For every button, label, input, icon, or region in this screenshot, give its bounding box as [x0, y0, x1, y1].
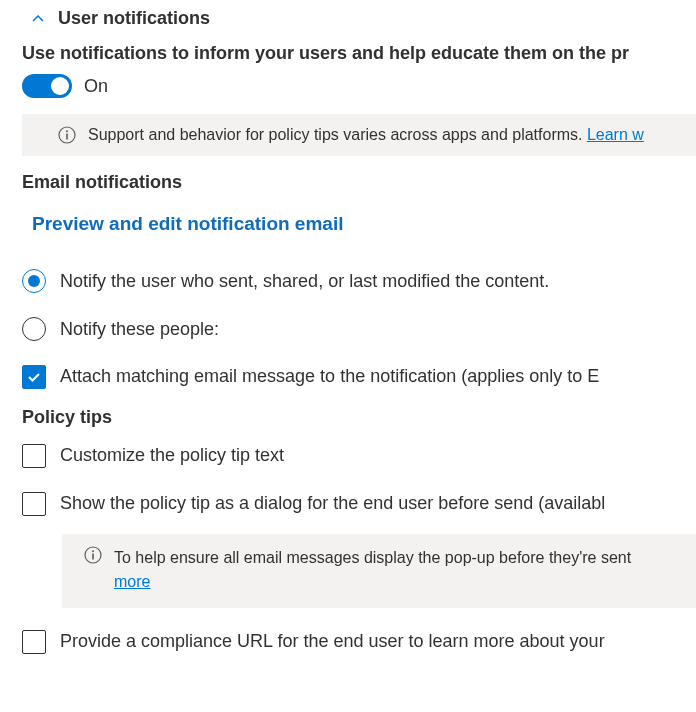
info-banner: Support and behavior for policy tips var… [22, 114, 696, 156]
show-dialog-label: Show the policy tip as a dialog for the … [60, 492, 605, 514]
svg-point-1 [66, 130, 68, 132]
learn-more-link[interactable]: Learn w [587, 126, 644, 143]
email-notifications-title: Email notifications [0, 172, 696, 201]
svg-point-4 [92, 550, 94, 552]
customize-tip-checkbox[interactable] [22, 444, 46, 468]
nested-learn-more-link[interactable]: more [114, 573, 150, 590]
compliance-url-label: Provide a compliance URL for the end use… [60, 630, 605, 652]
section-title: User notifications [58, 8, 210, 29]
info-banner-text: Support and behavior for policy tips var… [88, 126, 587, 143]
preview-edit-link[interactable]: Preview and edit notification email [0, 201, 696, 263]
info-icon [58, 126, 76, 144]
notify-sender-radio[interactable] [22, 269, 46, 293]
customize-tip-label: Customize the policy tip text [60, 444, 284, 466]
nested-info-banner: To help ensure all email messages displa… [62, 534, 696, 608]
notify-people-radio[interactable] [22, 317, 46, 341]
show-dialog-checkbox[interactable] [22, 492, 46, 516]
toggle-state-label: On [84, 76, 108, 97]
attach-email-checkbox[interactable] [22, 365, 46, 389]
nested-info-text: To help ensure all email messages displa… [114, 549, 631, 566]
info-icon [84, 546, 102, 564]
attach-email-label: Attach matching email message to the not… [60, 365, 599, 387]
section-description: Use notifications to inform your users a… [0, 37, 696, 74]
policy-tips-title: Policy tips [0, 407, 696, 438]
chevron-up-icon[interactable] [30, 11, 46, 27]
svg-rect-5 [92, 554, 94, 560]
svg-rect-2 [66, 134, 68, 140]
notify-people-label: Notify these people: [60, 319, 219, 340]
compliance-url-checkbox[interactable] [22, 630, 46, 654]
notify-sender-label: Notify the user who sent, shared, or las… [60, 271, 549, 292]
notifications-toggle[interactable] [22, 74, 72, 98]
